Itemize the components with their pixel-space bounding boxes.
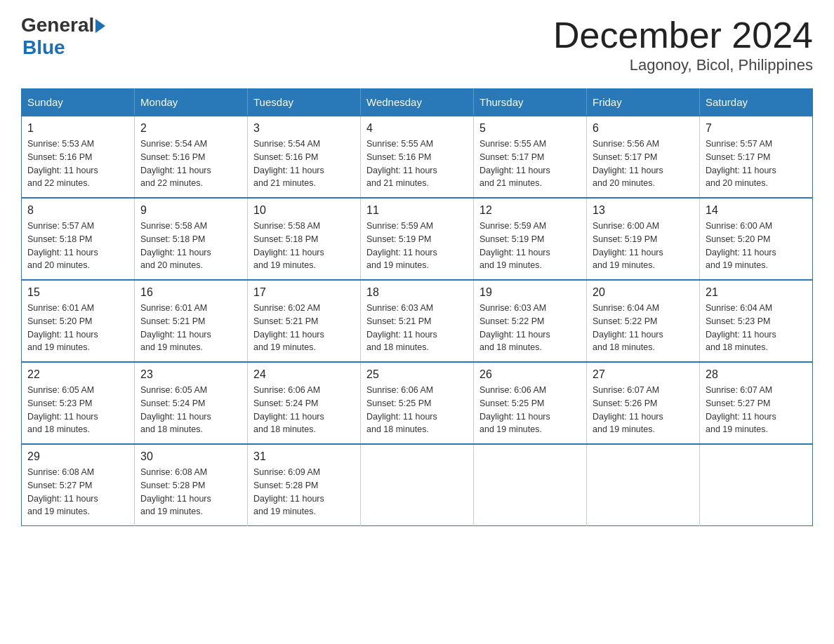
- table-row: 21 Sunrise: 6:04 AM Sunset: 5:23 PM Dayl…: [700, 280, 813, 362]
- day-info: Sunrise: 5:59 AM Sunset: 5:19 PM Dayligh…: [479, 220, 581, 272]
- table-row: 14 Sunrise: 6:00 AM Sunset: 5:20 PM Dayl…: [700, 198, 813, 280]
- day-number: 25: [366, 368, 468, 381]
- day-info: Sunrise: 6:04 AM Sunset: 5:22 PM Dayligh…: [593, 302, 694, 354]
- table-row: 5 Sunrise: 5:55 AM Sunset: 5:17 PM Dayli…: [474, 116, 587, 198]
- table-row: 3 Sunrise: 5:54 AM Sunset: 5:16 PM Dayli…: [248, 116, 361, 198]
- table-row: 28 Sunrise: 6:07 AM Sunset: 5:27 PM Dayl…: [700, 362, 813, 444]
- day-number: 11: [366, 204, 468, 217]
- logo-general-text: General: [21, 14, 94, 36]
- table-row: 23 Sunrise: 6:05 AM Sunset: 5:24 PM Dayl…: [135, 362, 248, 444]
- logo-blue-text: Blue: [22, 36, 105, 59]
- title-section: December 2024 Lagonoy, Bicol, Philippine…: [553, 14, 813, 74]
- day-info: Sunrise: 6:07 AM Sunset: 5:26 PM Dayligh…: [593, 384, 694, 436]
- table-row: 12 Sunrise: 5:59 AM Sunset: 5:19 PM Dayl…: [474, 198, 587, 280]
- table-row: 7 Sunrise: 5:57 AM Sunset: 5:17 PM Dayli…: [700, 116, 813, 198]
- calendar-week-row: 29 Sunrise: 6:08 AM Sunset: 5:27 PM Dayl…: [22, 444, 813, 526]
- day-info: Sunrise: 6:00 AM Sunset: 5:20 PM Dayligh…: [706, 220, 807, 272]
- header-saturday: Saturday: [700, 89, 813, 116]
- calendar-title: December 2024: [553, 14, 813, 56]
- header-wednesday: Wednesday: [361, 89, 474, 116]
- day-number: 13: [593, 204, 694, 217]
- day-number: 7: [706, 122, 807, 135]
- day-info: Sunrise: 5:54 AM Sunset: 5:16 PM Dayligh…: [253, 137, 355, 190]
- day-info: Sunrise: 5:53 AM Sunset: 5:16 PM Dayligh…: [27, 137, 128, 190]
- table-row: 4 Sunrise: 5:55 AM Sunset: 5:16 PM Dayli…: [361, 116, 474, 198]
- day-info: Sunrise: 6:08 AM Sunset: 5:27 PM Dayligh…: [27, 466, 128, 518]
- day-number: 5: [479, 122, 581, 135]
- table-row: [587, 444, 700, 526]
- logo: General Blue: [21, 14, 105, 59]
- day-info: Sunrise: 6:06 AM Sunset: 5:24 PM Dayligh…: [253, 384, 355, 436]
- table-row: 31 Sunrise: 6:09 AM Sunset: 5:28 PM Dayl…: [248, 444, 361, 526]
- day-info: Sunrise: 5:58 AM Sunset: 5:18 PM Dayligh…: [140, 220, 241, 272]
- table-row: 9 Sunrise: 5:58 AM Sunset: 5:18 PM Dayli…: [135, 198, 248, 280]
- table-row: 26 Sunrise: 6:06 AM Sunset: 5:25 PM Dayl…: [474, 362, 587, 444]
- table-row: 18 Sunrise: 6:03 AM Sunset: 5:21 PM Dayl…: [361, 280, 474, 362]
- day-info: Sunrise: 6:00 AM Sunset: 5:19 PM Dayligh…: [593, 220, 694, 272]
- day-number: 29: [27, 450, 128, 463]
- table-row: 8 Sunrise: 5:57 AM Sunset: 5:18 PM Dayli…: [22, 198, 135, 280]
- day-number: 4: [366, 122, 468, 135]
- header-friday: Friday: [587, 89, 700, 116]
- day-number: 28: [706, 368, 807, 381]
- table-row: 13 Sunrise: 6:00 AM Sunset: 5:19 PM Dayl…: [587, 198, 700, 280]
- day-info: Sunrise: 5:54 AM Sunset: 5:16 PM Dayligh…: [140, 137, 241, 190]
- day-info: Sunrise: 6:09 AM Sunset: 5:28 PM Dayligh…: [253, 466, 355, 518]
- calendar-week-row: 15 Sunrise: 6:01 AM Sunset: 5:20 PM Dayl…: [22, 280, 813, 362]
- day-number: 27: [593, 368, 694, 381]
- day-number: 24: [253, 368, 355, 381]
- table-row: 19 Sunrise: 6:03 AM Sunset: 5:22 PM Dayl…: [474, 280, 587, 362]
- day-info: Sunrise: 5:56 AM Sunset: 5:17 PM Dayligh…: [593, 137, 694, 190]
- calendar-week-row: 1 Sunrise: 5:53 AM Sunset: 5:16 PM Dayli…: [22, 116, 813, 198]
- day-number: 19: [479, 286, 581, 299]
- table-row: 16 Sunrise: 6:01 AM Sunset: 5:21 PM Dayl…: [135, 280, 248, 362]
- table-row: 6 Sunrise: 5:56 AM Sunset: 5:17 PM Dayli…: [587, 116, 700, 198]
- day-info: Sunrise: 5:58 AM Sunset: 5:18 PM Dayligh…: [253, 220, 355, 272]
- day-info: Sunrise: 6:01 AM Sunset: 5:21 PM Dayligh…: [140, 302, 241, 354]
- day-number: 31: [253, 450, 355, 463]
- table-row: 22 Sunrise: 6:05 AM Sunset: 5:23 PM Dayl…: [22, 362, 135, 444]
- table-row: 10 Sunrise: 5:58 AM Sunset: 5:18 PM Dayl…: [248, 198, 361, 280]
- calendar-header-row: Sunday Monday Tuesday Wednesday Thursday…: [22, 89, 813, 116]
- day-number: 23: [140, 368, 241, 381]
- table-row: 30 Sunrise: 6:08 AM Sunset: 5:28 PM Dayl…: [135, 444, 248, 526]
- calendar-week-row: 22 Sunrise: 6:05 AM Sunset: 5:23 PM Dayl…: [22, 362, 813, 444]
- table-row: [361, 444, 474, 526]
- day-number: 22: [27, 368, 128, 381]
- header-thursday: Thursday: [474, 89, 587, 116]
- day-number: 1: [27, 122, 128, 135]
- day-number: 18: [366, 286, 468, 299]
- day-number: 3: [253, 122, 355, 135]
- calendar-subtitle: Lagonoy, Bicol, Philippines: [553, 56, 813, 74]
- day-number: 9: [140, 204, 241, 217]
- day-info: Sunrise: 6:02 AM Sunset: 5:21 PM Dayligh…: [253, 302, 355, 354]
- table-row: 24 Sunrise: 6:06 AM Sunset: 5:24 PM Dayl…: [248, 362, 361, 444]
- table-row: 15 Sunrise: 6:01 AM Sunset: 5:20 PM Dayl…: [22, 280, 135, 362]
- day-number: 26: [479, 368, 581, 381]
- day-info: Sunrise: 5:57 AM Sunset: 5:18 PM Dayligh…: [27, 220, 128, 272]
- day-info: Sunrise: 6:05 AM Sunset: 5:24 PM Dayligh…: [140, 384, 241, 436]
- day-info: Sunrise: 6:08 AM Sunset: 5:28 PM Dayligh…: [140, 466, 241, 518]
- day-number: 16: [140, 286, 241, 299]
- table-row: 27 Sunrise: 6:07 AM Sunset: 5:26 PM Dayl…: [587, 362, 700, 444]
- day-number: 12: [479, 204, 581, 217]
- day-number: 20: [593, 286, 694, 299]
- day-info: Sunrise: 6:07 AM Sunset: 5:27 PM Dayligh…: [706, 384, 807, 436]
- table-row: [474, 444, 587, 526]
- header-sunday: Sunday: [22, 89, 135, 116]
- day-info: Sunrise: 6:03 AM Sunset: 5:21 PM Dayligh…: [366, 302, 468, 354]
- day-info: Sunrise: 5:55 AM Sunset: 5:16 PM Dayligh…: [366, 137, 468, 190]
- day-number: 30: [140, 450, 241, 463]
- table-row: 11 Sunrise: 5:59 AM Sunset: 5:19 PM Dayl…: [361, 198, 474, 280]
- day-info: Sunrise: 5:57 AM Sunset: 5:17 PM Dayligh…: [706, 137, 807, 190]
- day-info: Sunrise: 5:59 AM Sunset: 5:19 PM Dayligh…: [366, 220, 468, 272]
- day-info: Sunrise: 6:06 AM Sunset: 5:25 PM Dayligh…: [479, 384, 581, 436]
- day-info: Sunrise: 6:06 AM Sunset: 5:25 PM Dayligh…: [366, 384, 468, 436]
- day-info: Sunrise: 6:03 AM Sunset: 5:22 PM Dayligh…: [479, 302, 581, 354]
- day-number: 8: [27, 204, 128, 217]
- table-row: 17 Sunrise: 6:02 AM Sunset: 5:21 PM Dayl…: [248, 280, 361, 362]
- day-number: 6: [593, 122, 694, 135]
- table-row: 25 Sunrise: 6:06 AM Sunset: 5:25 PM Dayl…: [361, 362, 474, 444]
- logo-arrow-icon: [95, 19, 105, 33]
- page-header: General Blue December 2024 Lagonoy, Bico…: [21, 14, 813, 74]
